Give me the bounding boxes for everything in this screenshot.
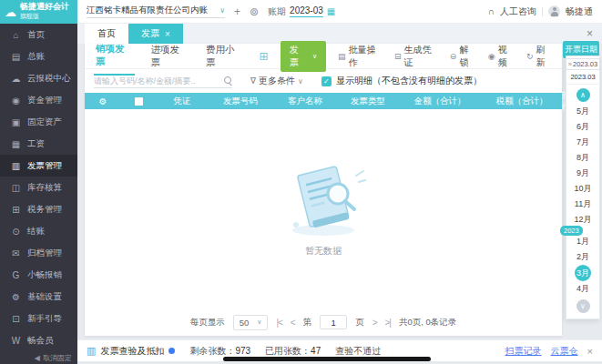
select-all-checkbox[interactable] [121,97,156,106]
sidebar-item-expense[interactable]: G小畅报销 [0,264,77,286]
unlock-button[interactable]: ⊖解锁 [450,44,476,69]
refresh-button[interactable]: ↻刷新 [526,44,553,69]
sidebar-item-home[interactable]: ⌂首页 [0,24,77,46]
invoice-check-feature[interactable]: ▥ 发票查验及抵扣 [87,345,175,358]
app-subtitle: 旗舰版 [20,12,69,21]
sidebar-item-archive[interactable]: ✉归档管理 [0,242,77,264]
close-icon[interactable]: × [587,346,593,357]
add-account-icon[interactable]: + [234,5,240,18]
username[interactable]: 畅捷通 [566,5,593,18]
month-option[interactable]: 11月 [566,197,599,212]
period-input[interactable]: » 2023.03 [566,58,600,70]
sidebar-pin-toggle[interactable]: ◀ 取消固定 [0,351,77,364]
empty-text: 暂无数据 [305,245,342,258]
action-label: 视频 [498,44,515,69]
action-label: 生成凭证 [403,44,437,69]
column-settings-gear-icon[interactable]: ⚙ [85,96,121,106]
sidebar-item-cloud-tax-center[interactable]: ☁云报税中心 [0,67,77,89]
sidebar-item-label: 小畅报销 [27,269,62,281]
more-filters-button[interactable]: ∇ 更多条件 ∨ [250,75,303,87]
sidebar-item-label: 发票管理 [27,160,62,172]
calendar-icon[interactable]: ▦ [327,6,335,16]
cloud-invoice-link[interactable]: 云票仓 [551,345,578,358]
more-filters-label: 更多条件 [259,75,295,87]
tax-icon: ⊞ [11,205,21,215]
prev-page-icon[interactable]: < [291,318,295,328]
action-label: 刷新 [536,44,553,69]
support-link[interactable]: 人工咨询 [500,5,536,18]
sidebar-item-funds[interactable]: ◉资金管理 [0,89,77,111]
check-failed-label[interactable]: 查验不通过 [335,345,381,358]
next-page-icon[interactable]: > [372,318,377,328]
sidebar-item-label: 基础设置 [27,291,62,303]
action-label: 解锁 [459,44,475,69]
generate-voucher-button[interactable]: ⊟生成凭证 [394,44,438,69]
sidebar-item-settings[interactable]: ⚙基础设置 [0,286,77,308]
sync-icon[interactable]: ⊚ [250,5,259,18]
month-option[interactable]: 1月 [566,234,599,249]
pagination: 每页显示 50 ∨ |< < 第 页 > >| 共0页, 0条记录 [85,308,562,336]
stat-label: 剩余张数： [189,346,235,356]
month-option-selected[interactable]: 3月 [575,265,591,281]
sidebar-item-membership[interactable]: W畅会员 [0,329,77,351]
info-dot-icon[interactable] [168,348,175,354]
scan-record-link[interactable]: 扫票记录 [505,345,542,358]
month-option[interactable]: 5月 [566,104,599,119]
scan-invoice-icon[interactable]: ⊞ [260,50,269,63]
per-page-select[interactable]: 50 ∨ [233,315,269,330]
chevron-down-icon: ∨ [312,53,317,60]
video-help-button[interactable]: ◉视频 [488,44,515,69]
page-number-input[interactable] [320,315,347,329]
sidebar-item-closing[interactable]: ⊙结账 [0,220,77,242]
close-icon[interactable]: × [587,27,593,40]
stat-label: 已用张数： [265,346,311,356]
last-page-icon[interactable]: >| [385,318,391,328]
guide-icon: ⊡ [11,314,21,324]
ledger-icon: ▤ [11,52,21,62]
sidebar: ☁ 畅捷通好会计 旗舰版 ⌂首页 ▤总账 ☁云报税中心 ◉资金管理 ▣固定资产 … [0,0,77,364]
coin-icon: ◉ [11,96,21,106]
collapse-panel-icon[interactable]: » [568,60,572,68]
batch-icon: ▤ [338,52,346,61]
button-label: 发票 [290,44,306,69]
expense-icon: G [11,270,21,280]
company-name: 江西铭卡精品有限责任公司内账 [87,5,208,16]
sidebar-item-guide[interactable]: ⊡新手引导 [0,308,77,329]
sidebar-item-label: 工资 [27,138,45,150]
funnel-icon: ∇ [250,76,256,86]
new-invoice-button[interactable]: 发票 ∨ [281,41,326,72]
remaining-count: 剩余张数：973 [189,345,250,358]
sidebar-item-invoice-management[interactable]: ▥发票管理 [0,155,77,177]
scroll-up-icon[interactable]: ∧ [576,88,590,102]
month-option[interactable]: 8月 [566,150,599,166]
month-option[interactable]: 4月 [566,281,599,297]
month-option[interactable]: 10月 [566,181,599,197]
sidebar-item-general-ledger[interactable]: ▤总账 [0,46,77,67]
month-option[interactable]: 7月 [566,135,599,150]
sidebar-item-label: 云报税中心 [27,73,71,85]
sidebar-item-tax-management[interactable]: ⊞税务管理 [0,198,77,220]
close-tab-icon[interactable]: × [165,29,170,39]
chevron-down-icon: ∨ [257,318,261,326]
invoice-check-icon: ▥ [87,345,96,357]
first-page-icon[interactable]: |< [276,318,281,328]
header-amount-total: 金额（合计） [398,96,482,107]
month-option[interactable]: 9月 [566,166,599,181]
collapse-icon: ◀ [35,354,40,362]
sidebar-item-label: 总账 [27,51,45,63]
month-option[interactable]: 6月 [566,119,599,135]
period-value[interactable]: 2023-03 [290,5,323,17]
member-icon: W [11,336,21,346]
scroll-down-icon[interactable]: ∨ [576,299,590,313]
show-detail-checkbox[interactable]: ✓ 显示明细（不包含没有明细的发票） [321,75,482,87]
month-option[interactable]: 2月 [566,249,599,265]
search-icon[interactable] [223,76,232,86]
batch-actions-button[interactable]: ▤批量操作 [338,44,383,69]
sidebar-item-label: 畅会员 [27,335,54,347]
sidebar-item-payroll[interactable]: ▦工资 [0,133,77,155]
company-selector[interactable]: 江西铭卡精品有限责任公司内账 ∨ [87,5,225,18]
sidebar-item-fixed-assets[interactable]: ▣固定资产 [0,111,77,133]
avatar[interactable] [548,5,560,17]
search-input[interactable] [94,75,223,87]
sidebar-item-inventory[interactable]: ◫库存核算 [0,177,77,198]
